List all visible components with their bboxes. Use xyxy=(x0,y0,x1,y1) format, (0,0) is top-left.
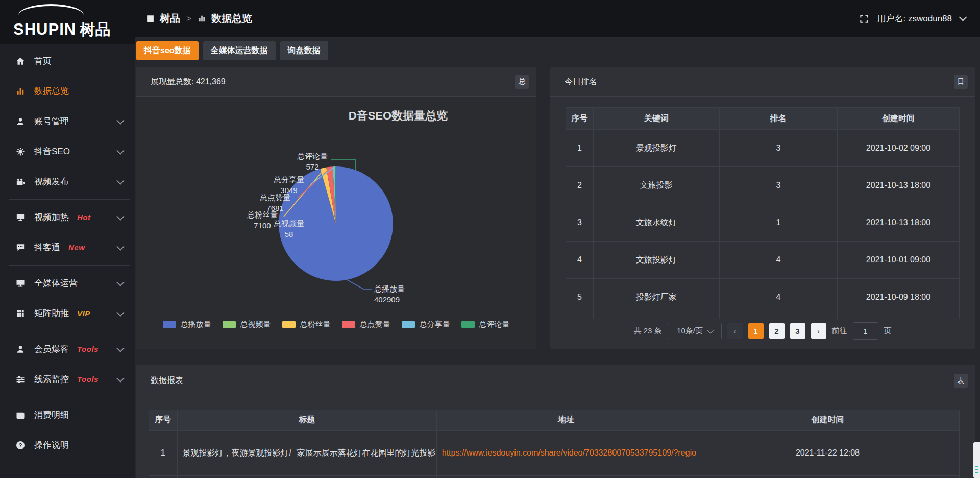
prev-page-button[interactable]: ‹ xyxy=(727,323,743,339)
legend-item[interactable]: 总粉丝量 xyxy=(282,320,331,329)
tab-douyin-seo-data[interactable]: 抖音seo数据 xyxy=(136,41,199,60)
total-count: 共 23 条 xyxy=(633,326,662,336)
page-button[interactable]: 3 xyxy=(790,323,805,339)
video-link[interactable]: https://www.iesdouyin.com/share/video/70… xyxy=(436,431,696,476)
breadcrumb-root[interactable]: 树品 xyxy=(160,12,180,26)
table-toggle-button[interactable]: 表 xyxy=(954,374,968,388)
total-toggle-button[interactable]: 总 xyxy=(515,75,529,89)
fullscreen-icon[interactable] xyxy=(859,14,869,24)
table-cell: 1 xyxy=(149,431,178,476)
sidebar-item-label: 抖音SEO xyxy=(34,146,70,157)
page-size-select[interactable]: 10条/页 xyxy=(668,323,722,339)
user-icon xyxy=(15,344,26,354)
sidebar-item[interactable]: 矩阵助推VIP xyxy=(0,298,135,328)
legend-item[interactable]: 总点赞量 xyxy=(342,320,390,329)
sidebar-item[interactable]: 视频发布 xyxy=(0,166,135,197)
sidebar-item-badge: Hot xyxy=(77,213,91,222)
table-cell xyxy=(149,476,178,478)
sidebar-item[interactable]: 数据总览 xyxy=(0,76,135,106)
table-header-cell: 地址 xyxy=(436,410,696,431)
chevron-down-icon xyxy=(116,374,125,383)
sidebar-item[interactable]: 会员爆客Tools xyxy=(0,334,135,364)
sidebar-item-label: 全媒体运营 xyxy=(34,277,78,289)
legend-color-chip xyxy=(461,321,475,328)
table-header-cell: 关键词 xyxy=(593,108,719,130)
pie-label-name: 总分享量 xyxy=(273,175,304,184)
chart-title: D音SEO数据量总览 xyxy=(349,109,448,122)
scrollbar-widget[interactable] xyxy=(973,442,980,478)
table-cell: 1 xyxy=(566,130,594,167)
report-table: 序号标题地址创建时间1景观投影灯，夜游景观投影灯厂家展示展示落花灯在花园里的灯光… xyxy=(149,410,960,478)
table-cell: 4 xyxy=(719,242,837,279)
pie-label-value: 3049 xyxy=(280,186,297,195)
page-button[interactable]: 1 xyxy=(748,323,764,339)
table-header-cell: 创建时间 xyxy=(837,108,959,130)
chevron-down-icon xyxy=(707,327,714,333)
next-page-button[interactable]: › xyxy=(811,323,826,339)
sidebar-item-label: 账号管理 xyxy=(34,115,69,127)
overview-title: 展现量总数: 421,369 xyxy=(151,77,226,87)
table-row: 5投影灯厂家42021-10-09 18:00 xyxy=(566,279,960,316)
camera-icon xyxy=(15,177,26,187)
goto-page-input[interactable] xyxy=(853,322,878,340)
table-header-cell: 创建时间 xyxy=(696,410,959,431)
legend-item[interactable]: 总分享量 xyxy=(402,320,450,329)
wallet-icon xyxy=(15,410,26,420)
sidebar-item-label: 视频发布 xyxy=(34,176,69,187)
sidebar-item[interactable]: 账号管理 xyxy=(0,106,135,136)
sidebar-item-label: 矩阵助推 xyxy=(34,307,69,319)
pie-label-value: 58 xyxy=(285,230,293,238)
chevron-down-icon[interactable] xyxy=(959,13,967,21)
topbar-right: 用户名: zswodun88 xyxy=(859,13,966,25)
chevron-down-icon xyxy=(116,308,125,317)
legend-label: 总播放量 xyxy=(181,320,211,329)
pagination: 共 23 条10条/页‹123›前往页 xyxy=(566,323,960,339)
sidebar-item-label: 数据总览 xyxy=(34,85,69,97)
table-cell: 3 xyxy=(566,204,594,242)
sidebar-item[interactable]: ?操作说明 xyxy=(0,430,135,460)
table-cell: 5 xyxy=(566,279,594,316)
page-button[interactable]: 2 xyxy=(769,323,785,339)
table-cell xyxy=(837,316,959,320)
legend-label: 总点赞量 xyxy=(360,320,390,329)
legend-item[interactable]: 总播放量 xyxy=(163,320,211,329)
sidebar-divider xyxy=(9,265,130,266)
sidebar-item[interactable]: 消费明细 xyxy=(0,400,135,430)
table-row xyxy=(566,316,960,320)
sidebar-item[interactable]: 线索监控Tools xyxy=(0,364,135,394)
table-cell xyxy=(719,316,837,320)
day-toggle-button[interactable]: 日 xyxy=(954,75,968,89)
sidebar-item[interactable]: 全媒体运营 xyxy=(0,268,135,298)
sidebar-item-label: 消费明细 xyxy=(34,409,69,421)
pie-label-value: 7681 xyxy=(266,204,283,212)
pie-label-value: 402909 xyxy=(374,295,400,304)
chevron-down-icon xyxy=(116,116,125,125)
legend-label: 总视频量 xyxy=(240,320,271,329)
sidebar-item[interactable]: 抖客通New xyxy=(0,232,135,262)
breadcrumb: 树品 > 数据总览 xyxy=(146,12,252,26)
legend-label: 总分享量 xyxy=(420,320,450,329)
pie-chart: D音SEO数据量总览总播放量402909总视频量58总粉丝量7100总点赞量76… xyxy=(136,96,536,321)
app-icon xyxy=(146,14,155,23)
pie-label-value: 572 xyxy=(306,162,318,171)
sidebar-item[interactable]: 首页 xyxy=(0,46,135,76)
tab-media-operation-data[interactable]: 全媒体运营数据 xyxy=(203,41,276,60)
sidebar-item[interactable]: 视频加热Hot xyxy=(0,202,135,232)
user-icon xyxy=(15,116,26,127)
monitor-icon xyxy=(15,278,26,289)
legend-item[interactable]: 总视频量 xyxy=(223,320,271,329)
pie-label-value: 7100 xyxy=(254,221,271,230)
sidebar-divider xyxy=(9,199,130,200)
table-header-cell: 排名 xyxy=(719,108,837,130)
sidebar-item[interactable]: 抖音SEO xyxy=(0,136,135,166)
report-table-wrap: 序号标题地址创建时间1景观投影灯，夜游景观投影灯厂家展示展示落花灯在花园里的灯光… xyxy=(149,410,960,478)
overview-panel: 展现量总数: 421,369 总 D音SEO数据量总览总播放量402909总视频… xyxy=(136,67,536,349)
table-cell xyxy=(177,476,436,478)
table-cell: 景观投影灯，夜游景观投影灯厂家展示展示落花灯在花园里的灯光投影应用效果 # xyxy=(177,431,436,476)
username[interactable]: 用户名: zswodun88 xyxy=(877,13,952,25)
legend-item[interactable]: 总评论量 xyxy=(461,320,510,329)
table-cell: 2 xyxy=(566,167,594,204)
chevron-down-icon xyxy=(116,243,125,251)
video-link[interactable] xyxy=(436,476,696,478)
tab-inquiry-data[interactable]: 询盘数据 xyxy=(280,41,328,60)
